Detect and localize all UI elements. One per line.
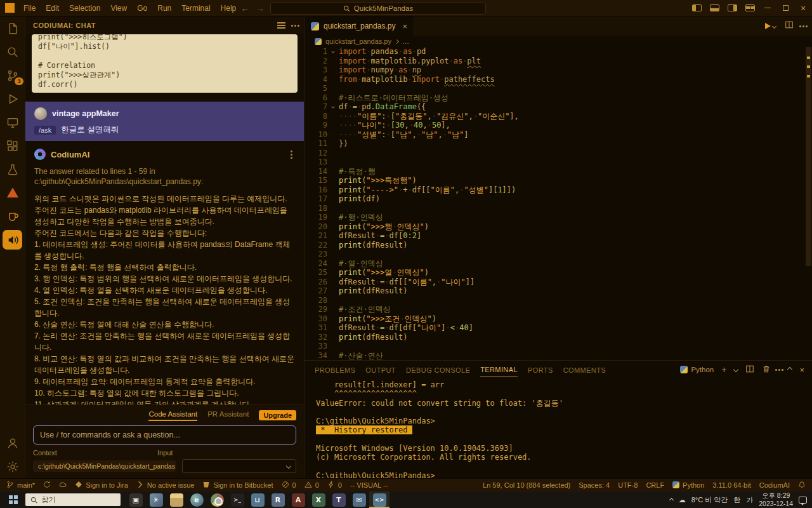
status-cursor-position[interactable]: Ln 59, Col 10 (884 selected) <box>483 481 570 489</box>
menu-terminal[interactable]: Terminal <box>176 0 215 17</box>
terminal-output[interactable]: result[rl.indexer] = arr ^^^^^^^^^^^^^^^… <box>304 378 812 478</box>
chat-tab-code-assistant[interactable]: Code Assistant <box>148 410 197 421</box>
close-button[interactable]: × <box>794 0 812 17</box>
chat-input[interactable] <box>33 425 296 444</box>
status-bitbucket-signin[interactable]: Sign in to Bitbucket <box>202 481 273 490</box>
status-encoding[interactable]: UTF-8 <box>618 481 638 489</box>
status-indentation[interactable]: Spaces: 4 <box>579 481 610 489</box>
taskbar-app-acrobat[interactable]: A <box>288 491 308 508</box>
menu-go[interactable]: Go <box>132 0 152 17</box>
taskbar-app-teams[interactable]: T <box>329 491 349 508</box>
tab-quickstart-pandas[interactable]: quickstart_pandas.py × <box>304 17 414 36</box>
input-selector[interactable] <box>182 459 296 473</box>
breadcrumb-more[interactable]: … <box>402 37 409 45</box>
status-codiumai-status[interactable]: CodiumAI <box>759 481 790 489</box>
activity-run-debug-icon[interactable] <box>0 87 25 110</box>
terminal-shell-label[interactable]: Python <box>680 366 714 373</box>
status-python-interpreter[interactable]: 3.11.0 64-bit <box>712 481 750 489</box>
taskbar-app-mail[interactable]: ✉ <box>349 491 369 508</box>
toggle-primary-sidebar-icon[interactable] <box>688 0 705 17</box>
nav-back-icon[interactable]: ← <box>240 4 250 13</box>
activity-testing-icon[interactable] <box>0 157 25 181</box>
status-problems-errors[interactable]: 0 <box>282 481 296 490</box>
activity-codiumai-icon[interactable] <box>3 230 22 250</box>
run-python-button[interactable] <box>765 23 776 29</box>
taskbar-app-store[interactable]: ⊔ <box>247 491 268 508</box>
activity-cup-extension-icon[interactable] <box>0 204 25 228</box>
start-button[interactable] <box>3 491 24 508</box>
activity-remote-explorer-icon[interactable] <box>0 110 25 134</box>
split-terminal-icon[interactable] <box>745 364 754 375</box>
status-vim-mode[interactable]: -- VISUAL -- <box>350 481 388 489</box>
status-jira-signin[interactable]: Sign in to Jira <box>75 481 128 490</box>
activity-account-icon[interactable] <box>0 431 25 455</box>
tray-weather[interactable]: 8°C 비 약간 <box>691 495 728 505</box>
activity-source-control-icon[interactable]: 3 <box>0 64 25 87</box>
breadcrumb[interactable]: quickstart_pandas.py … <box>304 36 812 47</box>
code-editor[interactable]: 1import·pandas·as·pd2import·matplotlib.p… <box>304 47 812 360</box>
status-publish[interactable] <box>59 481 67 490</box>
toggle-secondary-sidebar-icon[interactable] <box>723 0 741 17</box>
taskbar-app-remote[interactable]: R <box>268 491 288 508</box>
status-problems-warnings[interactable]: 0 <box>304 481 319 490</box>
terminal-dropdown-icon[interactable] <box>733 367 738 372</box>
panel-tab-debug-console[interactable]: DEBUG CONSOLE <box>406 363 470 377</box>
upgrade-button[interactable]: Upgrade <box>259 410 296 420</box>
new-terminal-icon[interactable]: + <box>721 364 726 375</box>
taskbar-clock[interactable]: 오후 8:29 2023-12-14 <box>759 491 793 507</box>
status-git-branch[interactable]: main* <box>6 481 35 490</box>
close-panel-icon[interactable]: × <box>799 365 804 375</box>
split-editor-icon[interactable] <box>785 20 794 32</box>
tray-expand-icon[interactable] <box>669 497 674 502</box>
taskbar-app-vscode[interactable]: <> <box>369 491 390 508</box>
breadcrumb-file[interactable]: quickstart_pandas.py <box>325 37 391 45</box>
status-eol[interactable]: CRLF <box>646 481 664 489</box>
taskbar-app-widgets[interactable]: ☀ <box>146 491 166 508</box>
activity-warning-extension-icon[interactable] <box>0 181 25 204</box>
panel-tab-ports[interactable]: PORTS <box>528 363 553 377</box>
editor-more-actions-icon[interactable] <box>802 25 804 27</box>
taskbar-app-taskview[interactable]: ▣ <box>126 491 146 508</box>
chat-list-icon[interactable] <box>277 25 285 25</box>
menu-selection[interactable]: Selection <box>64 0 105 17</box>
taskbar-app-edge[interactable]: e <box>187 491 207 508</box>
command-center-search[interactable]: Quick5MinPandas <box>270 2 486 15</box>
panel-tab-terminal[interactable]: TERMINAL <box>480 362 518 377</box>
activity-extensions-icon[interactable] <box>0 134 25 157</box>
panel-tab-problems[interactable]: PROBLEMS <box>315 363 355 377</box>
panel-more-icon[interactable] <box>778 369 780 371</box>
taskbar-app-excel[interactable]: X <box>308 491 329 508</box>
maximize-panel-icon[interactable] <box>787 367 792 372</box>
taskbar-app-files[interactable] <box>166 491 187 508</box>
customize-layout-icon[interactable] <box>741 0 759 17</box>
panel-tab-comments[interactable]: COMMENTS <box>563 363 606 377</box>
menu-run[interactable]: Run <box>152 0 176 17</box>
activity-settings-icon[interactable] <box>0 455 25 478</box>
nav-forward-icon[interactable]: → <box>255 4 265 13</box>
panel-tab-output[interactable]: OUTPUT <box>365 363 396 377</box>
status-feedback[interactable]: 0 <box>327 481 342 490</box>
maximize-button[interactable] <box>776 0 794 17</box>
assistant-intro-path[interactable]: c:\github\Quick5MinPandas\quickstart_pan… <box>34 177 295 187</box>
menu-file[interactable]: File <box>18 0 41 17</box>
menu-edit[interactable]: Edit <box>41 0 64 17</box>
status-git-sync[interactable] <box>43 481 51 490</box>
chat-more-icon[interactable] <box>294 25 296 27</box>
status-language-mode[interactable]: Python <box>672 481 704 490</box>
kill-terminal-icon[interactable] <box>762 364 771 375</box>
activity-search-icon[interactable] <box>0 40 25 64</box>
fold-chevron-icon[interactable] <box>327 47 339 57</box>
notification-center-icon[interactable] <box>799 497 807 504</box>
menu-help[interactable]: Help <box>216 0 242 17</box>
status-notifications[interactable] <box>798 481 806 490</box>
ime-mode[interactable]: 가 <box>746 495 753 505</box>
scrollbar-thumb[interactable] <box>806 47 811 266</box>
toggle-panel-icon[interactable] <box>705 0 723 17</box>
message-menu-icon[interactable] <box>291 154 292 156</box>
status-active-issue[interactable]: No active issue <box>136 481 195 490</box>
activity-explorer-icon[interactable] <box>0 17 25 40</box>
fold-chevron-icon[interactable] <box>327 102 339 112</box>
menu-view[interactable]: View <box>105 0 132 17</box>
taskbar-search[interactable]: 찾기 <box>25 493 121 506</box>
minimize-button[interactable] <box>759 0 776 17</box>
